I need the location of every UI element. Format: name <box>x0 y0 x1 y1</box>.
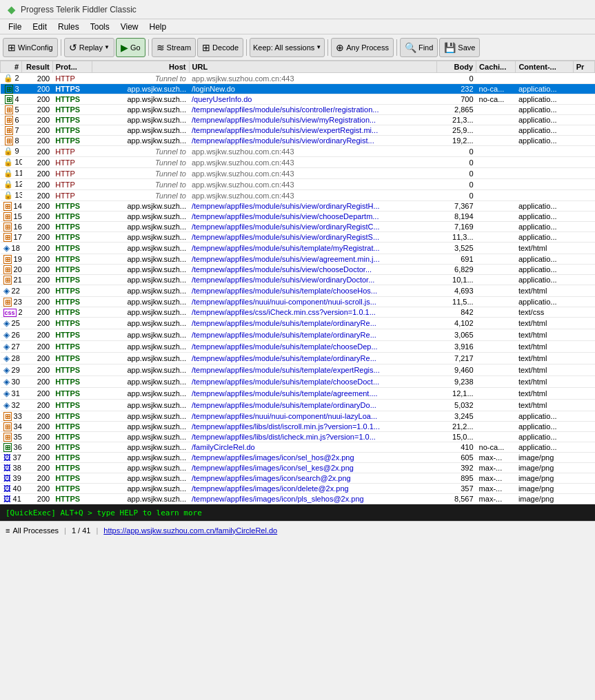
table-row[interactable]: ⊞ 6 200 HTTPS app.wsjkw.suzh... /tempnew… <box>1 115 595 125</box>
table-row[interactable]: ⊞ 34 200 HTTPS app.wsjkw.suzh... /tempne… <box>1 422 595 432</box>
menu-file[interactable]: File <box>3 21 27 33</box>
sessions-table[interactable]: # Result Prot... Host URL Body Cachi... … <box>0 61 595 504</box>
cell-url: /tempnew/appfiles/libs/dist/icheck.min.j… <box>189 432 436 442</box>
table-row[interactable]: ◈ 31 200 HTTPS app.wsjkw.suzh... /tempne… <box>1 388 595 400</box>
table-row[interactable]: ◈ 29 200 HTTPS app.wsjkw.suzh... /tempne… <box>1 364 595 376</box>
table-row[interactable]: 🖼 41 200 HTTPS app.wsjkw.suzh... /tempne… <box>1 494 595 504</box>
table-row[interactable]: ⊞ 14 200 HTTPS app.wsjkw.suzh... /tempne… <box>1 201 595 212</box>
menu-edit[interactable]: Edit <box>27 21 52 33</box>
winconfig-button[interactable]: ⊞ WinConfig <box>3 38 58 57</box>
table-row[interactable]: ◈ 30 200 HTTPS app.wsjkw.suzh... /tempne… <box>1 376 595 388</box>
table-row[interactable]: ⊞ 16 200 HTTPS app.wsjkw.suzh... /tempne… <box>1 222 595 232</box>
menu-view[interactable]: View <box>115 21 144 33</box>
cell-pr <box>573 353 594 364</box>
col-header-host[interactable]: Host <box>92 61 189 73</box>
cell-content: applicatio... <box>516 411 573 422</box>
table-row[interactable]: 🖼 39 200 HTTPS app.wsjkw.suzh... /tempne… <box>1 473 595 484</box>
cell-host: app.wsjkw.suzh... <box>92 201 189 212</box>
table-row[interactable]: ◈ 22 200 HTTPS app.wsjkw.suzh... /tempne… <box>1 285 595 297</box>
stream-button[interactable]: ≋ Stream <box>152 38 196 57</box>
col-header-cache[interactable]: Cachi... <box>476 61 516 73</box>
table-row[interactable]: 🖼 40 200 HTTPS app.wsjkw.suzh... /tempne… <box>1 484 595 494</box>
table-row[interactable]: ⊞ 3 200 HTTPS app.wsjkw.suzh... /loginNe… <box>1 84 595 94</box>
table-row[interactable]: 🔒 9 200 HTTP Tunnel to app.wsjkw.suzhou.… <box>1 146 595 157</box>
table-row[interactable]: ⊞ 8 200 HTTPS app.wsjkw.suzh... /tempnew… <box>1 136 595 146</box>
table-row[interactable]: ⊞ 15 200 HTTPS app.wsjkw.suzh... /tempne… <box>1 212 595 222</box>
table-row[interactable]: ◈ 25 200 HTTPS app.wsjkw.suzh... /tempne… <box>1 318 595 329</box>
save-button[interactable]: 💾 Save <box>439 38 480 57</box>
process-filter[interactable]: ≡ All Processes <box>6 526 59 535</box>
table-row[interactable]: ⊞ 7 200 HTTPS app.wsjkw.suzh... /tempnew… <box>1 125 595 136</box>
replay-button[interactable]: ↺ Replay ▼ <box>64 38 114 57</box>
table-row[interactable]: ⊞ 20 200 HTTPS app.wsjkw.suzh... /tempne… <box>1 265 595 275</box>
table-row[interactable]: ⊞ 35 200 HTTPS app.wsjkw.suzh... /tempne… <box>1 432 595 442</box>
cell-content <box>516 157 573 168</box>
cell-result: 200 <box>22 329 52 341</box>
cell-host: app.wsjkw.suzh... <box>92 222 189 232</box>
cell-host: Tunnel to <box>92 157 189 168</box>
table-row[interactable]: 🖼 37 200 HTTPS app.wsjkw.suzh... /tempne… <box>1 453 595 463</box>
cell-url: app.wsjkw.suzhou.com.cn:443 <box>189 179 436 190</box>
menu-help[interactable]: Help <box>144 21 172 33</box>
cell-pr <box>573 432 594 442</box>
cell-result: 200 <box>22 136 52 146</box>
cell-num: ◈ 32 <box>1 400 22 411</box>
process-filter-label: All Processes <box>12 526 59 535</box>
cell-body: 3,065 <box>436 329 476 341</box>
table-row[interactable]: 🔒 12 200 HTTP Tunnel to app.wsjkw.suzhou… <box>1 179 595 190</box>
cell-content: text/html <box>516 388 573 400</box>
table-row[interactable]: ⊞ 21 200 HTTPS app.wsjkw.suzh... /tempne… <box>1 275 595 285</box>
table-row[interactable]: ◈ 26 200 HTTPS app.wsjkw.suzh... /tempne… <box>1 329 595 341</box>
table-row[interactable]: css 24 200 HTTPS app.wsjkw.suzh... /temp… <box>1 307 595 318</box>
cell-result: 200 <box>22 341 52 353</box>
cell-num: ⊞ 15 <box>1 212 22 222</box>
table-row[interactable]: ⊞ 5 200 HTTPS app.wsjkw.suzh... /tempnew… <box>1 105 595 115</box>
table-row[interactable]: 🖼 38 200 HTTPS app.wsjkw.suzh... /tempne… <box>1 463 595 473</box>
cell-body: 4,102 <box>436 318 476 329</box>
table-row[interactable]: ◈ 18 200 HTTPS app.wsjkw.suzh... /tempne… <box>1 243 595 254</box>
cell-num: 🖼 39 <box>1 473 22 484</box>
col-header-body[interactable]: Body <box>436 61 476 73</box>
cell-cache <box>476 265 516 275</box>
col-header-content[interactable]: Content-... <box>516 61 573 73</box>
cell-result: 200 <box>22 265 52 275</box>
cell-prot: HTTPS <box>52 376 92 388</box>
cell-body: 3,245 <box>436 411 476 422</box>
table-row[interactable]: ◈ 27 200 HTTPS app.wsjkw.suzh... /tempne… <box>1 341 595 353</box>
table-row[interactable]: 🔒 11 200 HTTP Tunnel to app.wsjkw.suzhou… <box>1 168 595 179</box>
table-row[interactable]: ◈ 32 200 HTTPS app.wsjkw.suzh... /tempne… <box>1 400 595 411</box>
process-filter-icon: ≡ <box>6 526 10 535</box>
current-url: https://app.wsjkw.suzhou.com.cn/familyCi… <box>103 526 277 535</box>
keep-dropdown[interactable]: Keep: All sessions ▼ <box>250 38 325 57</box>
table-row[interactable]: ⊞ 33 200 HTTPS app.wsjkw.suzh... /tempne… <box>1 411 595 422</box>
table-row[interactable]: 🔒 10 200 HTTP Tunnel to app.wsjkw.suzhou… <box>1 157 595 168</box>
menu-rules[interactable]: Rules <box>52 21 85 33</box>
table-row[interactable]: ⊞ 17 200 HTTPS app.wsjkw.suzh... /tempne… <box>1 232 595 243</box>
col-header-prot[interactable]: Prot... <box>52 61 92 73</box>
menu-tools[interactable]: Tools <box>85 21 115 33</box>
cell-cache <box>476 297 516 307</box>
col-header-num[interactable]: # <box>1 61 22 73</box>
table-row[interactable]: ⊞ 36 200 HTTPS app.wsjkw.suzh... /family… <box>1 442 595 453</box>
col-header-url[interactable]: URL <box>189 61 436 73</box>
cell-pr <box>573 73 594 84</box>
cell-host: app.wsjkw.suzh... <box>92 125 189 136</box>
table-row[interactable]: ⊞ 19 200 HTTPS app.wsjkw.suzh... /tempne… <box>1 254 595 265</box>
table-row[interactable]: 🔒 2 200 HTTP Tunnel to app.wsjkw.suzhou.… <box>1 73 595 84</box>
cell-host: app.wsjkw.suzh... <box>92 364 189 376</box>
cell-cache <box>476 388 516 400</box>
table-row[interactable]: 🔒 13 200 HTTP Tunnel to app.wsjkw.suzhou… <box>1 190 595 201</box>
find-button[interactable]: 🔍 Find <box>400 38 438 57</box>
table-row[interactable]: ◈ 28 200 HTTPS app.wsjkw.suzh... /tempne… <box>1 353 595 364</box>
col-header-result[interactable]: Result <box>22 61 52 73</box>
cell-pr <box>573 146 594 157</box>
table-row[interactable]: ⊞ 4 200 HTTPS app.wsjkw.suzh... /queryUs… <box>1 94 595 105</box>
cell-content: applicatio... <box>516 94 573 105</box>
cell-cache <box>476 179 516 190</box>
go-button[interactable]: ▶ Go <box>116 38 145 57</box>
decode-button[interactable]: ⊞ Decode <box>197 38 243 57</box>
table-row[interactable]: ⊞ 23 200 HTTPS app.wsjkw.suzh... /tempne… <box>1 297 595 307</box>
any-process-button[interactable]: ⊕ Any Process <box>331 38 394 57</box>
col-header-pr[interactable]: Pr <box>573 61 594 73</box>
cell-result: 200 <box>22 318 52 329</box>
